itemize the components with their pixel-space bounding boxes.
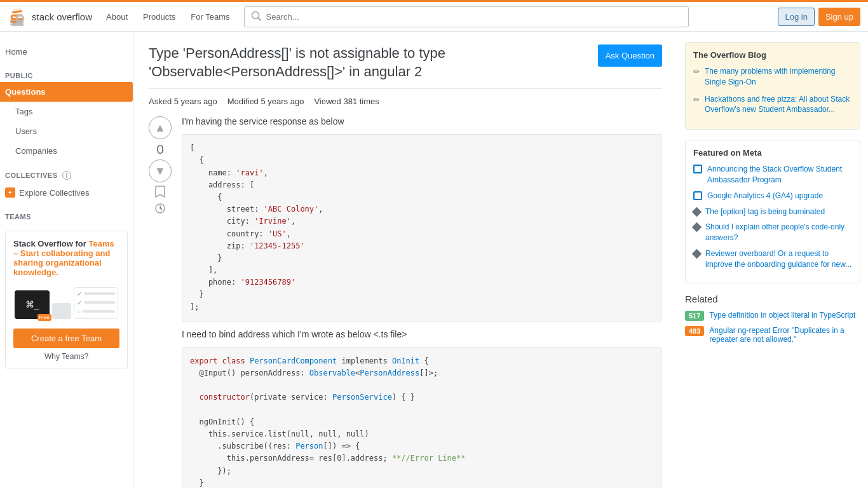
- meta-asked: Asked 5 years ago: [149, 97, 217, 106]
- search-input[interactable]: [244, 6, 689, 27]
- question-meta: Asked 5 years ago Modified 5 years ago V…: [149, 97, 662, 106]
- sidebar-label-teams: TEAMS: [0, 203, 133, 223]
- nav-about[interactable]: About: [100, 8, 134, 25]
- svg-text:O: O: [15, 12, 25, 25]
- svg-line-12: [258, 18, 261, 20]
- sidebar: Home PUBLIC Questions Tags Users Compani…: [0, 32, 133, 488]
- page-wrap: Home PUBLIC Questions Tags Users Compani…: [0, 32, 868, 488]
- question-header: Type 'PersonAddress[]' is not assignable…: [149, 44, 662, 89]
- collectives-info-icon[interactable]: i: [62, 171, 71, 180]
- nav-for-teams[interactable]: For Teams: [184, 8, 236, 25]
- nav: About Products For Teams: [100, 8, 236, 25]
- ask-question-button[interactable]: Ask Question: [598, 44, 662, 67]
- featured-link-5[interactable]: Reviewer overboard! Or a request to impr…: [705, 248, 852, 270]
- history-button[interactable]: [153, 201, 167, 215]
- related-item-2: 483 Angular ng-repeat Error "Duplicates …: [685, 326, 860, 344]
- why-teams-link[interactable]: Why Teams?: [13, 352, 119, 361]
- related-item-1: 517 Type definition in object literal in…: [685, 311, 860, 321]
- sidebar-item-users[interactable]: Users: [0, 121, 133, 141]
- overflow-blog-box: The Overflow Blog ✏ The many problems wi…: [685, 42, 860, 130]
- featured-title: Featured on Meta: [693, 148, 852, 158]
- blog-pencil-icon-2: ✏: [693, 95, 700, 105]
- svg-point-11: [252, 11, 259, 18]
- related-box: Related 517 Type definition in object li…: [685, 294, 860, 344]
- header-buttons: Log in Sign up: [778, 8, 860, 26]
- related-link-2[interactable]: Angular ng-repeat Error "Duplicates in a…: [709, 326, 860, 344]
- blog-pencil-icon-1: ✏: [693, 67, 700, 78]
- bookmark-button[interactable]: [153, 185, 167, 199]
- logo-icon: S O: [8, 5, 28, 29]
- sidebar-item-home[interactable]: Home: [0, 42, 133, 62]
- code-block-1: [ { name: 'ravi', address: [ { street: '…: [182, 134, 662, 322]
- main-content: Type 'PersonAddress[]' is not assignable…: [133, 32, 677, 488]
- related-title: Related: [685, 294, 860, 304]
- login-button[interactable]: Log in: [778, 8, 814, 26]
- meta-diamond-icon-5: [692, 249, 702, 259]
- question-text-2: I need to bind address which I'm wrote a…: [182, 329, 662, 339]
- free-badge: Free: [37, 314, 51, 321]
- sidebar-item-explore-collectives[interactable]: ✦ Explore Collectives: [0, 182, 133, 203]
- vote-down-button[interactable]: ▼: [149, 159, 172, 182]
- question-text-intro: I'm having the service response as below: [182, 116, 662, 126]
- terminal-icon: ⌘_ Free: [15, 290, 50, 319]
- sidebar-label-public: PUBLIC: [0, 62, 133, 82]
- featured-link-2[interactable]: Google Analytics 4 (GA4) upgrade: [707, 191, 823, 201]
- featured-meta-box: Featured on Meta Announcing the Stack Ov…: [685, 140, 860, 283]
- featured-item-3: The [option] tag is being burninated: [693, 207, 852, 217]
- featured-item-5: Reviewer overboard! Or a request to impr…: [693, 248, 852, 270]
- meta-viewed: Viewed 381 times: [314, 97, 379, 106]
- featured-link-4[interactable]: Should I explain other people's code-onl…: [705, 222, 852, 243]
- question-title: Type 'PersonAddress[]' is not assignable…: [149, 44, 598, 81]
- teams-highlight: Teams: [88, 239, 114, 248]
- blog-box-title: The Overflow Blog: [693, 50, 852, 60]
- signup-button[interactable]: Sign up: [818, 8, 860, 26]
- blog-link-2[interactable]: Hackathons and free pizza: All about Sta…: [705, 94, 852, 116]
- meta-modified: Modified 5 years ago: [227, 97, 304, 106]
- search-icon: [250, 10, 262, 24]
- meta-diamond-icon-4: [692, 222, 702, 233]
- featured-link-1[interactable]: Announcing the Stack Overflow Student Am…: [707, 164, 852, 186]
- header: S O stack overflow About Products For Te…: [0, 0, 868, 32]
- create-team-button[interactable]: Create a free Team: [13, 329, 119, 348]
- logo-text: stack overflow: [32, 11, 92, 22]
- logo[interactable]: S O stack overflow: [8, 5, 92, 29]
- related-badge-1: 517: [685, 311, 704, 321]
- nav-products[interactable]: Products: [137, 8, 182, 25]
- featured-link-3[interactable]: The [option] tag is being burninated: [705, 207, 825, 217]
- featured-item-2: Google Analytics 4 (GA4) upgrade: [693, 191, 852, 201]
- teams-promo-box: Stack Overflow for Teams – Start collabo…: [5, 231, 128, 369]
- related-badge-2: 483: [685, 326, 704, 336]
- teams-illustration: ⌘_ Free ✓ ✓ ○: [13, 282, 119, 323]
- vote-count: 0: [156, 142, 164, 157]
- question-content: I'm having the service response as below…: [182, 116, 662, 488]
- check-card: ✓ ✓ ○: [74, 287, 118, 319]
- featured-item-4: Should I explain other people's code-onl…: [693, 222, 852, 243]
- right-sidebar: The Overflow Blog ✏ The many problems wi…: [677, 32, 868, 488]
- featured-item-1: Announcing the Stack Overflow Student Am…: [693, 164, 852, 186]
- meta-diamond-icon-3: [692, 207, 702, 217]
- teams-box-title: Stack Overflow for Teams – Start collabo…: [13, 239, 119, 277]
- meta-square-icon-1: [693, 165, 702, 173]
- sidebar-item-companies[interactable]: Companies: [0, 141, 133, 161]
- vote-column: ▲ 0 ▼: [149, 116, 172, 488]
- code-block-2: export class PersonCardComponent impleme…: [182, 347, 662, 488]
- related-link-1[interactable]: Type definition in object literal in Typ…: [709, 311, 855, 320]
- sidebar-label-collectives: COLLECTIVES i: [0, 161, 133, 182]
- sidebar-item-tags[interactable]: Tags: [0, 102, 133, 121]
- meta-square-icon-2: [693, 191, 702, 200]
- question-body: ▲ 0 ▼ I'm having the service response as…: [149, 116, 662, 488]
- blog-link-1[interactable]: The many problems with implementing Sing…: [705, 66, 852, 88]
- collective-icon: ✦: [5, 187, 15, 198]
- search-box: [244, 6, 689, 27]
- blog-item-1: ✏ The many problems with implementing Si…: [693, 66, 852, 88]
- vote-up-button[interactable]: ▲: [149, 116, 172, 139]
- teams-dash: – Start collaborating and sharing organi…: [13, 248, 110, 277]
- chat-bubble-1: [52, 303, 71, 319]
- blog-item-2: ✏ Hackathons and free pizza: All about S…: [693, 94, 852, 116]
- sidebar-item-questions[interactable]: Questions: [0, 82, 133, 102]
